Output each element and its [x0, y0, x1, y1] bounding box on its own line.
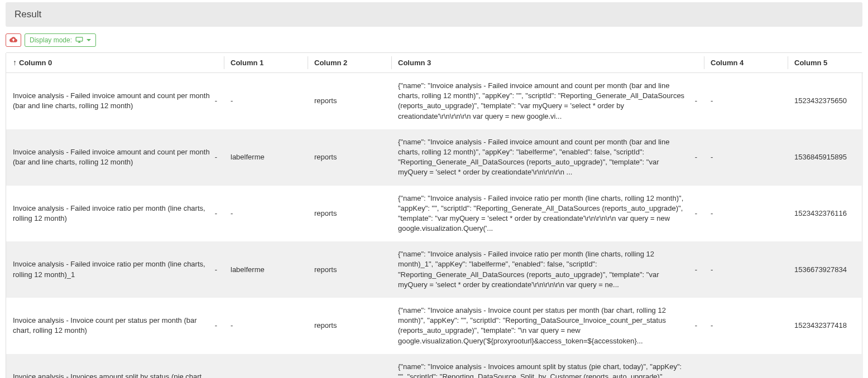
cell-dash: -: [215, 265, 217, 275]
cell-c4: -: [704, 298, 788, 354]
cell-c3: {"name": "Invoice analysis - Failed invo…: [398, 81, 690, 122]
cell-c5: 1523432377703: [788, 354, 863, 378]
cell-c3: {"name": "Invoice analysis - Failed invo…: [398, 249, 690, 290]
col-header-2[interactable]: Column 2: [308, 53, 391, 73]
monitor-icon: [75, 36, 83, 45]
result-table: ↑Column 0 Column 1 Column 2 Column 3 Col…: [6, 53, 863, 378]
cell-c4: -: [704, 129, 788, 186]
cell-c5: 1523432376116: [788, 186, 863, 242]
cell-c4: -: [704, 354, 788, 378]
table-row[interactable]: Invoice analysis - Failed invoice ratio …: [6, 241, 863, 298]
cell-c3: {"name": "Invoice analysis - Invoices am…: [398, 362, 690, 378]
cell-dash: -: [695, 209, 697, 219]
col-header-1[interactable]: Column 1: [224, 53, 308, 73]
cell-c4: -: [704, 241, 788, 298]
cell-dash: -: [695, 321, 697, 331]
cell-c3: {"name": "Invoice analysis - Failed invo…: [398, 193, 690, 234]
cell-c2: reports: [308, 354, 391, 378]
cell-dash: -: [695, 265, 697, 275]
col-header-0[interactable]: ↑Column 0: [6, 53, 224, 73]
toolbar: Display mode:: [6, 33, 862, 47]
cell-c3: {"name": "Invoice analysis - Invoice cou…: [398, 306, 690, 346]
cell-c1: -: [224, 186, 308, 242]
cell-dash: -: [695, 152, 697, 162]
cell-c4: -: [704, 73, 788, 129]
cell-c2: reports: [308, 186, 391, 242]
cell-c1: -: [224, 73, 308, 129]
cell-c2: reports: [308, 241, 391, 298]
cell-c0: Invoice analysis - Failed invoice ratio …: [13, 259, 210, 279]
result-panel: Result: [6, 2, 862, 27]
sort-asc-icon: ↑: [13, 59, 17, 66]
cell-c1: labelferme: [224, 129, 308, 186]
table-row[interactable]: Invoice analysis - Invoice count per sta…: [6, 298, 863, 354]
cell-c4: -: [704, 186, 788, 242]
cell-c0: Invoice analysis - Failed invoice amount…: [13, 91, 210, 111]
caret-down-icon: [87, 39, 91, 41]
cloud-upload-icon: [9, 36, 17, 45]
cell-dash: -: [215, 209, 217, 219]
result-table-container: ↑Column 0 Column 1 Column 2 Column 3 Col…: [6, 52, 862, 378]
cell-c5: 1536673927834: [788, 241, 863, 298]
cell-dash: -: [695, 96, 697, 106]
table-row[interactable]: Invoice analysis - Failed invoice amount…: [6, 73, 863, 129]
cell-c2: reports: [308, 298, 391, 354]
cell-dash: -: [215, 321, 217, 331]
table-row[interactable]: Invoice analysis - Invoices amount split…: [6, 354, 863, 378]
cell-c1: -: [224, 298, 308, 354]
table-row[interactable]: Invoice analysis - Failed invoice amount…: [6, 129, 863, 186]
display-mode-label: Display mode:: [30, 36, 72, 44]
cell-c5: 1536845915895: [788, 129, 863, 186]
cell-dash: -: [215, 152, 217, 162]
cell-c2: reports: [308, 73, 391, 129]
cloud-upload-button[interactable]: [6, 33, 21, 47]
cell-dash: -: [215, 96, 217, 106]
cell-c1: -: [224, 354, 308, 378]
col-header-3[interactable]: Column 3: [391, 53, 704, 73]
cell-c5: 1523432377418: [788, 298, 863, 354]
cell-c1: labelferme: [224, 241, 308, 298]
display-mode-button[interactable]: Display mode:: [25, 33, 96, 47]
cell-c0: Invoice analysis - Invoice count per sta…: [13, 316, 210, 336]
cell-c0: Invoice analysis - Invoices amount split…: [13, 372, 210, 378]
panel-title: Result: [6, 2, 862, 27]
cell-c3: {"name": "Invoice analysis - Failed invo…: [398, 137, 690, 178]
table-header-row: ↑Column 0 Column 1 Column 2 Column 3 Col…: [6, 53, 863, 73]
cell-c0: Invoice analysis - Failed invoice amount…: [13, 147, 210, 167]
cell-c2: reports: [308, 129, 391, 186]
table-row[interactable]: Invoice analysis - Failed invoice ratio …: [6, 186, 863, 242]
cell-c5: 1523432375650: [788, 73, 863, 129]
col-header-4[interactable]: Column 4: [704, 53, 788, 73]
col-header-5[interactable]: Column 5: [788, 53, 863, 73]
cell-c0: Invoice analysis - Failed invoice ratio …: [13, 203, 210, 224]
